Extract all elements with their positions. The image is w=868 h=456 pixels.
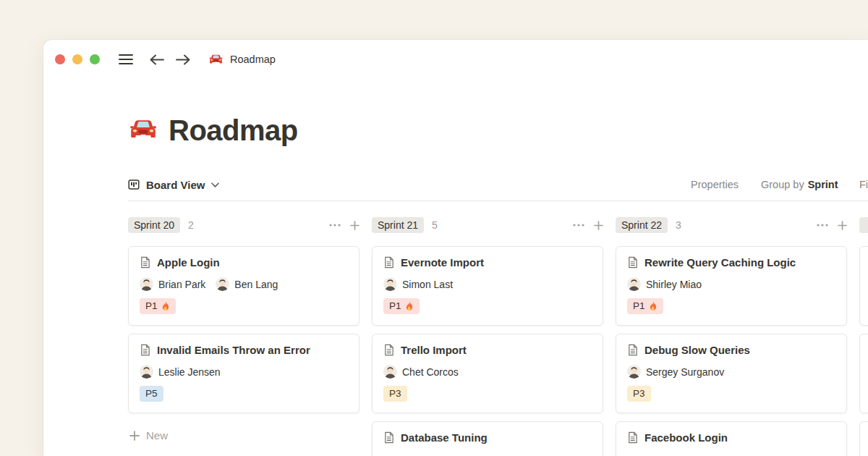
- priority-badge: P5: [140, 386, 163, 402]
- column-count: 5: [432, 219, 438, 231]
- column-cards: Apple Login Brian Park Ben Lang: [128, 246, 359, 444]
- card-database-tuning[interactable]: Database Tuning: [372, 421, 603, 456]
- column-cards: Rewrite Query Caching Logic Shirley Miao…: [616, 246, 847, 456]
- card-title: Facebook Login: [644, 431, 728, 444]
- card-title: Rewrite Query Caching Logic: [644, 256, 796, 269]
- column-cards: [859, 246, 868, 456]
- view-switcher-board-view[interactable]: Board View: [128, 172, 219, 198]
- assignee: Brian Park: [140, 277, 205, 291]
- ellipsis-icon[interactable]: [573, 224, 584, 227]
- priority-badge: P1: [140, 298, 176, 314]
- properties-label: Properties: [691, 179, 739, 190]
- new-card-label: New: [146, 429, 168, 442]
- board-icon: [128, 179, 140, 190]
- assignee: Ben Lang: [216, 277, 278, 291]
- ellipsis-icon[interactable]: [817, 224, 828, 227]
- zoom-window-button[interactable]: [90, 54, 100, 64]
- fire-icon: [161, 301, 170, 311]
- column-label-pill[interactable]: Sprint 20: [128, 217, 180, 233]
- card-trello-import[interactable]: Trello Import Chet Corcos P3: [372, 334, 603, 413]
- assignee: Shirley Miao: [627, 277, 702, 291]
- card-apple-login[interactable]: Apple Login Brian Park Ben Lang: [128, 246, 359, 326]
- card-evernote-import[interactable]: Evernote Import Simon Last P1: [372, 246, 603, 326]
- avatar: [140, 365, 153, 379]
- column-header: Sprint 20 2: [128, 216, 359, 235]
- assignee: Leslie Jensen: [140, 365, 221, 379]
- plus-icon: [129, 431, 140, 441]
- breadcrumb[interactable]: Roadmap: [208, 52, 276, 67]
- chevron-down-icon: [211, 182, 219, 187]
- close-window-button[interactable]: [55, 54, 65, 64]
- group-by-button[interactable]: Group by Sprint: [761, 172, 838, 198]
- assignee-name: Ben Lang: [234, 279, 278, 290]
- plus-icon[interactable]: [594, 221, 603, 230]
- card-facebook-login[interactable]: Facebook Login: [616, 421, 847, 456]
- assignee-name: Sergey Surganov: [646, 366, 724, 378]
- page-icon: [627, 431, 638, 444]
- card[interactable]: [859, 421, 868, 456]
- properties-button[interactable]: Properties: [691, 172, 739, 198]
- column-count: 3: [676, 219, 681, 231]
- card-title: Apple Login: [157, 256, 220, 269]
- avatar: [627, 277, 641, 291]
- card-title: Invalid Emails Throw an Error: [157, 344, 310, 356]
- app-window: Roadmap Roadmap Board View Properties Gr…: [43, 40, 868, 456]
- assignee: Chet Corcos: [383, 365, 459, 379]
- column-count: 2: [188, 219, 194, 231]
- window-chrome: Roadmap: [43, 40, 868, 79]
- card-title: Debug Slow Queries: [644, 344, 750, 356]
- kanban-board: Sprint 20 2 Apple Login Brian: [128, 214, 868, 456]
- assignee-name: Leslie Jensen: [158, 366, 221, 378]
- fire-icon: [405, 301, 414, 311]
- card-title: Trello Import: [401, 344, 467, 356]
- card-debug-slow-queries[interactable]: Debug Slow Queries Sergey Surganov P3: [616, 334, 847, 413]
- plus-icon[interactable]: [350, 221, 359, 230]
- card-rewrite-query-caching[interactable]: Rewrite Query Caching Logic Shirley Miao…: [616, 246, 847, 326]
- priority-badge: P1: [627, 298, 663, 314]
- column-label-pill[interactable]: Sprint 22: [616, 217, 668, 233]
- card-title: Database Tuning: [401, 431, 488, 444]
- ellipsis-icon[interactable]: [329, 224, 341, 227]
- column-header: Sprint 22 3: [616, 216, 847, 235]
- column-label-pill[interactable]: Sprint 21: [372, 217, 424, 233]
- avatar: [383, 277, 397, 291]
- assignee-name: Simon Last: [402, 279, 453, 290]
- card[interactable]: [859, 334, 868, 413]
- page-title: Roadmap: [128, 111, 298, 149]
- page-icon: [140, 256, 150, 269]
- card-invalid-emails[interactable]: Invalid Emails Throw an Error Leslie Jen…: [128, 334, 359, 413]
- assignee: Simon Last: [383, 277, 453, 291]
- fire-icon: [649, 301, 658, 311]
- assignee-name: Shirley Miao: [646, 279, 702, 290]
- column-label-pill[interactable]: [859, 217, 868, 233]
- group-by-value: Sprint: [808, 179, 838, 190]
- menu-icon[interactable]: [119, 54, 133, 65]
- card-title: Evernote Import: [401, 256, 484, 269]
- column-header: Sprint 21 5: [372, 216, 603, 235]
- new-card-button[interactable]: New: [128, 426, 359, 444]
- priority-badge: P3: [627, 386, 651, 402]
- assignee: Sergey Surganov: [627, 365, 724, 379]
- page-icon: [383, 344, 394, 356]
- group-by-label: Group by: [761, 179, 804, 190]
- assignee-name: Brian Park: [158, 279, 205, 290]
- forward-arrow-icon[interactable]: [175, 54, 191, 66]
- card[interactable]: [859, 246, 868, 326]
- page-icon: [627, 256, 638, 269]
- avatar: [627, 365, 641, 379]
- avatar: [216, 277, 229, 291]
- plus-icon[interactable]: [838, 221, 847, 230]
- page-title-text: Roadmap: [169, 114, 298, 147]
- car-icon: [128, 115, 158, 145]
- assignee-name: Chet Corcos: [402, 366, 459, 378]
- column-header: [859, 216, 868, 235]
- avatar: [383, 365, 397, 379]
- back-arrow-icon[interactable]: [149, 54, 165, 66]
- avatar: [140, 277, 153, 291]
- minimize-window-button[interactable]: [72, 54, 82, 64]
- toolbar-divider: [128, 200, 868, 201]
- priority-badge: P1: [383, 298, 420, 314]
- filter-button[interactable]: Filter: [859, 172, 868, 198]
- page-icon: [627, 344, 638, 356]
- filter-label: Filter: [859, 179, 868, 190]
